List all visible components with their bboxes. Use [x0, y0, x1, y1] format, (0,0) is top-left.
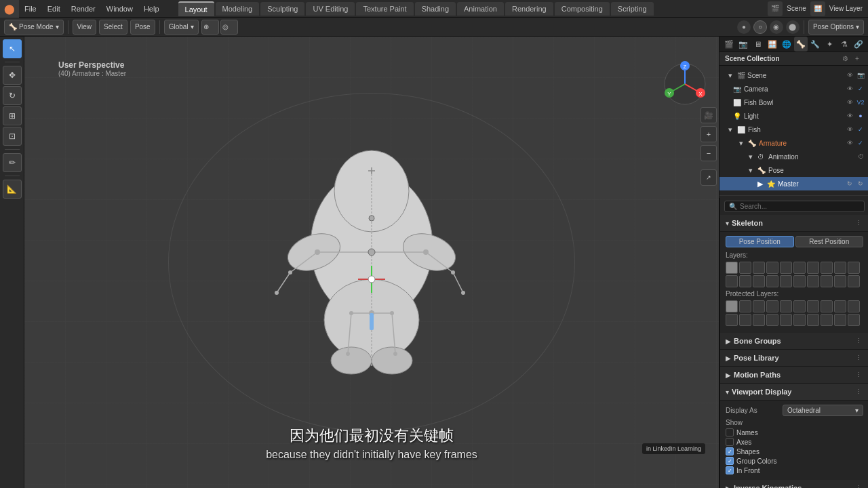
master-row[interactable]: ▶ ⭐ Master ↻ ↻: [719, 177, 868, 190]
layer-13[interactable]: [766, 275, 778, 287]
menu-file[interactable]: File: [19, 2, 42, 16]
ik-options[interactable]: ⋮: [854, 483, 863, 488]
scene-add-icon[interactable]: +: [852, 54, 863, 64]
layer-9[interactable]: [848, 262, 860, 274]
scene-filter-icon[interactable]: ⚙: [840, 54, 850, 64]
scene-render-icon[interactable]: 📷: [856, 70, 865, 80]
pose-options-btn[interactable]: Pose Options▾: [808, 20, 864, 35]
fish-vis-icon[interactable]: 👁: [845, 125, 854, 134]
layer-2[interactable]: [753, 262, 765, 274]
layer-3[interactable]: [766, 262, 778, 274]
light-row[interactable]: 💡 Light 👁 ●: [719, 109, 868, 123]
view-layer-icon[interactable]: 🪟: [810, 1, 825, 16]
armature-check-icon[interactable]: ✓: [856, 138, 865, 148]
prot-layer-15[interactable]: [793, 314, 806, 326]
proportional-btn[interactable]: ◎: [220, 20, 238, 35]
axes-checkbox[interactable]: [726, 438, 734, 446]
scene-root-row[interactable]: ▾ 🎬 Scene 👁 📷: [719, 68, 868, 82]
fishbowl-vis-icon[interactable]: 👁: [845, 98, 854, 107]
pose-lib-options[interactable]: ⋮: [854, 353, 863, 363]
select-btn[interactable]: Select: [99, 20, 127, 35]
layer-4[interactable]: [780, 262, 792, 274]
skeleton-section-header[interactable]: ▾ Skeleton ⋮: [720, 215, 868, 232]
layer-7[interactable]: [821, 262, 833, 274]
mode-selector[interactable]: 🦴 Pose Mode ▾: [4, 20, 64, 35]
workspace-scripting[interactable]: Scripting: [611, 2, 654, 16]
layer-0[interactable]: [726, 262, 738, 274]
workspace-sculpting[interactable]: Sculpting: [260, 2, 304, 16]
in-front-checkbox[interactable]: ✓: [726, 466, 734, 474]
tool-rotate[interactable]: ↻: [3, 86, 22, 105]
menu-window[interactable]: Window: [101, 2, 138, 16]
prot-layer-17[interactable]: [821, 314, 833, 326]
layer-15[interactable]: [793, 275, 806, 287]
motion-paths-header[interactable]: ▶ Motion Paths ⋮: [720, 367, 868, 384]
viewport[interactable]: User Perspective (40) Armature : Master …: [24, 37, 719, 488]
workspace-layout[interactable]: Layout: [178, 1, 214, 16]
tool-select[interactable]: ↖: [3, 39, 22, 58]
prot-layer-5[interactable]: [793, 300, 806, 312]
layer-8[interactable]: [834, 262, 846, 274]
skeleton-options-icon[interactable]: ⋮: [854, 218, 863, 228]
fishbowl-2-icon[interactable]: V2: [856, 98, 865, 107]
names-checkbox[interactable]: [726, 428, 734, 436]
prot-layer-9[interactable]: [848, 300, 860, 312]
prop-icon-physics[interactable]: ⚗: [837, 37, 851, 52]
light-dot-icon[interactable]: ●: [856, 111, 865, 121]
layer-5[interactable]: [793, 262, 806, 274]
viewport-shading-material[interactable]: ◉: [770, 20, 783, 34]
master-icon2[interactable]: ↻: [845, 179, 854, 188]
viewport-shading-rendered[interactable]: ⬤: [786, 20, 800, 34]
menu-edit[interactable]: Edit: [42, 2, 66, 16]
prot-layer-0[interactable]: [726, 300, 738, 312]
layer-1[interactable]: [739, 262, 751, 274]
shapes-checkbox[interactable]: ✓: [726, 447, 734, 455]
ik-header[interactable]: ▶ Inverse Kinematics ⋮: [720, 480, 868, 488]
prot-layer-10[interactable]: [726, 314, 738, 326]
prot-layer-4[interactable]: [780, 300, 792, 312]
prop-icon-particles[interactable]: ✦: [823, 37, 836, 52]
prop-icon-constraints[interactable]: 🔗: [852, 37, 865, 52]
scene-icon[interactable]: 🎬: [768, 1, 783, 16]
workspace-shading[interactable]: Shading: [415, 2, 456, 16]
prot-layer-18[interactable]: [834, 314, 846, 326]
layer-17[interactable]: [821, 275, 833, 287]
prot-layer-1[interactable]: [739, 300, 751, 312]
group-colors-checkbox[interactable]: ✓: [726, 457, 734, 465]
anim-icon2[interactable]: ⏱: [856, 152, 865, 161]
tool-annotate[interactable]: ✏: [3, 153, 22, 172]
prop-icon-scene[interactable]: 🎬: [722, 37, 736, 52]
camera-2-icon[interactable]: ✓: [856, 84, 865, 94]
viewport-display-header[interactable]: ▾ Viewport Display ⋮: [720, 384, 868, 401]
prot-layer-6[interactable]: [807, 300, 819, 312]
tool-measure[interactable]: 📐: [3, 180, 22, 199]
display-as-dropdown[interactable]: Octahedral ▾: [783, 405, 863, 416]
pose-position-btn[interactable]: Pose Position: [726, 236, 794, 247]
workspace-animation[interactable]: Animation: [457, 2, 504, 16]
prot-layer-3[interactable]: [766, 300, 778, 312]
viewport-shading-wireframe[interactable]: ○: [753, 20, 767, 34]
prot-layer-12[interactable]: [753, 314, 765, 326]
nav-gizmo[interactable]: Z X Y: [661, 60, 709, 108]
camera-vis-icon[interactable]: 👁: [845, 84, 854, 94]
tool-transform[interactable]: ⊡: [3, 127, 22, 146]
layer-6[interactable]: [807, 262, 819, 274]
menu-render[interactable]: Render: [66, 2, 101, 16]
prop-icon-render[interactable]: 📷: [736, 37, 750, 52]
camera-view-btn[interactable]: 🎥: [701, 107, 717, 123]
master-icon3[interactable]: ↻: [856, 179, 865, 188]
animation-row[interactable]: ▾ ⏱ Animation ⏱: [719, 150, 868, 163]
layer-12[interactable]: [753, 275, 765, 287]
prot-layer-19[interactable]: [848, 314, 860, 326]
menu-help[interactable]: Help: [138, 2, 165, 16]
layer-14[interactable]: [780, 275, 792, 287]
pose-btn[interactable]: Pose: [130, 20, 155, 35]
prot-layer-16[interactable]: [807, 314, 819, 326]
layer-10[interactable]: [726, 275, 738, 287]
light-vis-icon[interactable]: 👁: [845, 111, 854, 121]
workspace-modeling[interactable]: Modeling: [216, 2, 260, 16]
prot-layer-13[interactable]: [766, 314, 778, 326]
workspace-uv-editing[interactable]: UV Editing: [306, 2, 355, 16]
viewport-shading-solid[interactable]: ●: [737, 20, 751, 34]
view-btn[interactable]: View: [73, 20, 97, 35]
